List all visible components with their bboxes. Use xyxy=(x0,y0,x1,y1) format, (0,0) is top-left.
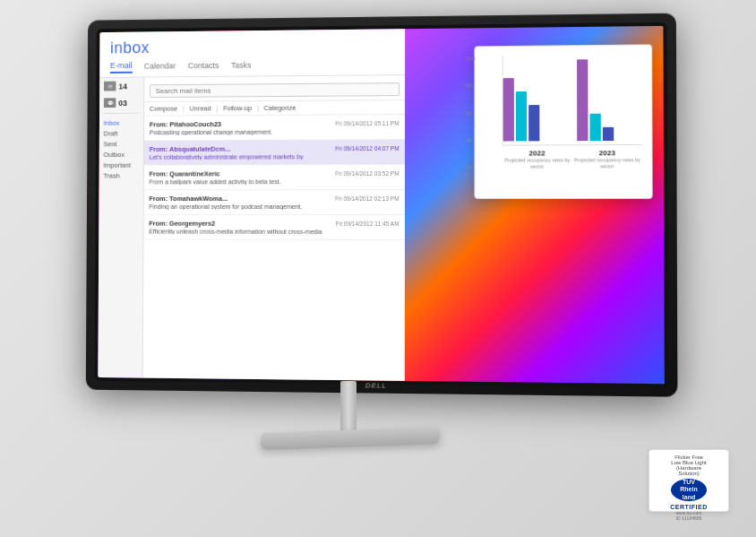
followup-button[interactable]: Follow-up xyxy=(223,104,252,112)
search-bar xyxy=(144,75,404,102)
monitor-bezel: inbox E-mail Calendar Contacts Tasks xyxy=(94,22,668,388)
email-from-3: From: TomahawkWoma... xyxy=(149,195,228,203)
email-from-4: From: Georgemyers2 xyxy=(149,220,215,228)
email-row1: From: QuarantineXeric Fri 09/14/2012 03:… xyxy=(150,169,399,178)
bar-2022-cyan xyxy=(516,91,527,141)
email-row1: From: TomahawkWoma... Fri 09/14/2012 02:… xyxy=(149,195,399,203)
nav-tasks[interactable]: Tasks xyxy=(231,61,252,72)
chart-sublabel-2023: Projected occupancy rates by sector xyxy=(572,157,643,170)
bar-2022-purple xyxy=(503,78,514,141)
email-item-4[interactable]: From: Georgemyers2 Fri 09/14/2012 11:45 … xyxy=(143,215,404,240)
email-header: inbox E-mail Calendar Contacts Tasks xyxy=(99,29,404,78)
badge-chat: 💬 03 xyxy=(99,94,143,111)
unread-button[interactable]: Unread xyxy=(190,104,211,112)
email-from-0: From: PitahooCouch23 xyxy=(150,120,221,128)
sidebar-links: Inbox Draft Sent Outbox Important Trash xyxy=(99,116,144,184)
sidebar-link-important[interactable]: Important xyxy=(103,161,139,169)
email-row1: From: PitahooCouch23 Fri 09/14/2012 05:1… xyxy=(150,119,399,128)
email-date-0: Fri 09/14/2012 05:11 PM xyxy=(335,120,399,126)
nav-email[interactable]: E-mail xyxy=(110,61,133,74)
chart-year-2022: 2022 xyxy=(503,149,572,157)
email-item-1[interactable]: From: AbsquatulateDcm... Fri 09/14/2012 … xyxy=(144,140,405,166)
tuv-features: Flicker FreeLow Blue Light(HardwareSolut… xyxy=(671,455,706,476)
chart-label-2022: 2022 Projected occupancy rates by sector xyxy=(503,149,572,170)
email-item-2[interactable]: From: QuarantineXeric Fri 09/14/2012 03:… xyxy=(144,165,405,190)
chart-group-2023 xyxy=(577,59,642,142)
monitor-base xyxy=(260,427,440,450)
sep3: | xyxy=(257,104,259,112)
sep2: | xyxy=(216,104,218,112)
chart-y-labels: 100 80 60 40 20 xyxy=(466,56,475,170)
y-label-80: 80 xyxy=(466,83,475,89)
sidebar-divider xyxy=(104,113,140,114)
sidebar-link-trash[interactable]: Trash xyxy=(103,172,139,180)
sidebar-link-draft[interactable]: Draft xyxy=(104,129,140,137)
y-label-20: 20 xyxy=(466,165,475,170)
email-subject-0: Podcasting operational change management… xyxy=(150,128,399,135)
chart-labels: 2022 Projected occupancy rates by sector… xyxy=(503,149,642,170)
sidebar-link-sent[interactable]: Sent xyxy=(104,140,140,148)
mail-count: 14 xyxy=(118,82,127,91)
email-panel: inbox E-mail Calendar Contacts Tasks xyxy=(98,29,404,381)
chart-area xyxy=(503,55,642,146)
mail-icon: ✉ xyxy=(104,82,116,91)
email-sidebar: ✉ 14 💬 03 Inbox Draft Sent xyxy=(98,77,144,377)
chart-group-2022 xyxy=(503,78,568,142)
toolbar: Compose | Unread | Follow-up | Categoriz… xyxy=(144,100,405,117)
email-date-2: Fri 09/14/2012 03:52 PM xyxy=(335,170,399,177)
categorize-button[interactable]: Categorize xyxy=(264,104,296,112)
email-date-3: Fri 09/14/2012 02:13 PM xyxy=(335,195,399,202)
email-body: ✉ 14 💬 03 Inbox Draft Sent xyxy=(98,75,404,381)
email-main: Compose | Unread | Follow-up | Categoriz… xyxy=(143,75,405,381)
nav-calendar[interactable]: Calendar xyxy=(144,62,176,73)
email-from-2: From: QuarantineXeric xyxy=(150,169,220,178)
chart-overlay: 100 80 60 40 20 xyxy=(474,44,652,199)
email-nav: E-mail Calendar Contacts Tasks xyxy=(110,58,394,74)
email-item-0[interactable]: From: PitahooCouch23 Fri 09/14/2012 05:1… xyxy=(144,115,405,141)
chat-count: 03 xyxy=(118,99,127,108)
email-subject-3: Finding an operational system for podcas… xyxy=(149,204,399,210)
sidebar-link-outbox[interactable]: Outbox xyxy=(104,151,140,159)
sep1: | xyxy=(183,105,185,113)
inbox-title: inbox xyxy=(110,36,394,57)
email-date-4: Fri 09/14/2012 11:45 AM xyxy=(336,221,399,227)
email-date-1: Fri 09/14/2012 04:07 PM xyxy=(335,145,399,152)
chart-sublabel-2022: Projected occupancy rates by sector xyxy=(503,157,572,170)
y-label-60: 60 xyxy=(466,110,475,116)
dell-logo: DELL xyxy=(365,381,387,389)
bar-2022-blue xyxy=(528,105,539,141)
sidebar-link-inbox[interactable]: Inbox xyxy=(104,119,140,127)
email-row1: From: AbsquatulateDcm... Fri 09/14/2012 … xyxy=(150,144,399,153)
y-label-100: 100 xyxy=(466,56,475,61)
scene: inbox E-mail Calendar Contacts Tasks xyxy=(0,0,756,537)
chart-label-2023: 2023 Projected occupancy rates by sector xyxy=(572,149,643,170)
bar-2023-purple xyxy=(577,59,588,141)
monitor-screen: inbox E-mail Calendar Contacts Tasks xyxy=(98,26,664,384)
nav-contacts[interactable]: Contacts xyxy=(188,61,219,72)
search-input[interactable] xyxy=(150,82,399,98)
email-subject-2: From a ballpark value added activity to … xyxy=(150,178,399,185)
bar-2023-cyan xyxy=(589,114,600,141)
email-subject-4: Efficiently unleash cross-media informat… xyxy=(149,229,399,235)
monitor-neck xyxy=(340,381,357,435)
tuv-certified-text: CERTIFIED xyxy=(670,504,707,510)
email-from-1: From: AbsquatulateDcm... xyxy=(150,145,231,153)
tuv-logo: TÜVRheinland xyxy=(671,479,707,501)
email-subject-1: Let's collaboratively administrate empow… xyxy=(150,153,399,160)
tuv-logo-text: TÜVRheinland xyxy=(680,479,697,501)
tuv-badge: Flicker FreeLow Blue Light(HardwareSolut… xyxy=(649,449,729,512)
chart-year-2023: 2023 xyxy=(572,149,643,157)
chat-icon: 💬 xyxy=(104,98,116,108)
bar-2023-blue xyxy=(603,127,614,141)
monitor: inbox E-mail Calendar Contacts Tasks xyxy=(86,13,678,397)
email-item-3[interactable]: From: TomahawkWoma... Fri 09/14/2012 02:… xyxy=(144,190,405,215)
email-list: From: PitahooCouch23 Fri 09/14/2012 05:1… xyxy=(143,115,405,381)
y-label-40: 40 xyxy=(466,138,475,143)
tuv-id: ID 11104605 xyxy=(676,515,702,521)
badge-email: ✉ 14 xyxy=(99,77,143,94)
email-row1: From: Georgemyers2 Fri 09/14/2012 11:45 … xyxy=(149,220,399,228)
compose-button[interactable]: Compose xyxy=(150,105,177,113)
